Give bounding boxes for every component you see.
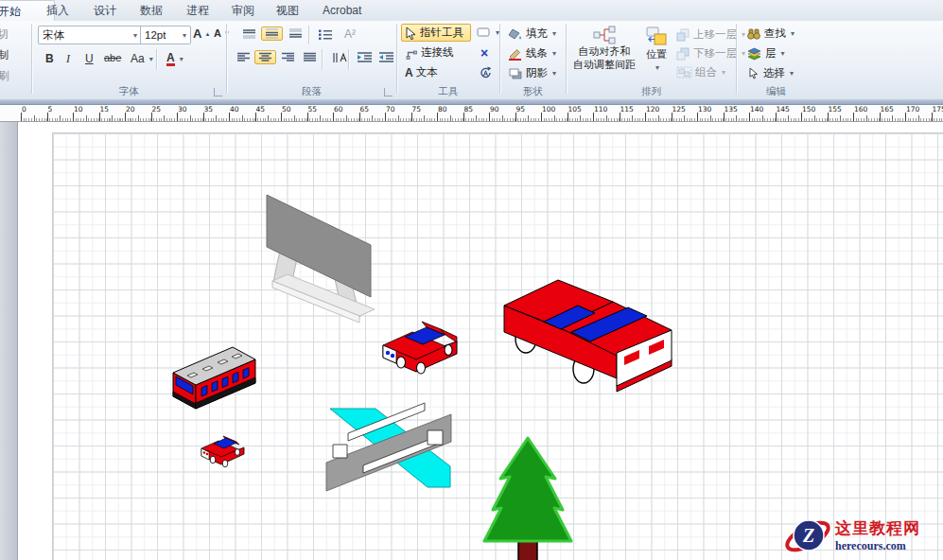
align-right-button[interactable] [277, 50, 299, 64]
paragraph-dialog-launcher[interactable] [384, 88, 393, 96]
valign-top-button[interactable] [238, 26, 260, 41]
pointer-tool-label: 指针工具 [420, 26, 463, 40]
select-label: 选择 [763, 66, 785, 80]
watermark-logo-letter: Z [802, 525, 814, 546]
shadow-button[interactable]: 阴影 ▾ [504, 64, 560, 82]
tab-view[interactable]: 视图 [266, 0, 309, 21]
ruler-label: 80 [438, 105, 447, 114]
change-case-button[interactable]: Aa ▾ [127, 50, 157, 67]
increase-indent-button[interactable] [375, 50, 398, 64]
italic-button[interactable]: I [62, 50, 74, 68]
select-button[interactable]: 选择 ▾ [742, 64, 797, 82]
line-button[interactable]: 线条 ▾ [504, 44, 560, 62]
superscript-button[interactable]: A² [341, 26, 359, 43]
ruler-label: 35 [204, 105, 214, 114]
editing-group-label: 编辑 [737, 85, 815, 98]
align-justify-button[interactable] [299, 50, 321, 64]
pine-tree-shape[interactable] [484, 438, 571, 560]
text-tool-icon: A [405, 66, 413, 79]
paragraph-group-label: 段落 [227, 85, 396, 98]
group-shapes-button[interactable]: 组合 ▾ [672, 63, 729, 81]
chevron-down-icon: ▾ [790, 69, 794, 78]
ruler-label: 90 [490, 105, 499, 114]
ruler-label: 55 [308, 105, 318, 114]
tab-insert[interactable]: 插入 [36, 0, 79, 21]
copy-button[interactable]: 复制 [0, 46, 12, 64]
auto-align-label-1: 自动对齐和 [579, 45, 631, 58]
car-medium-shape[interactable] [383, 322, 457, 374]
tab-data[interactable]: 数据 [130, 0, 173, 21]
chevron-down-icon: ▾ [655, 63, 659, 72]
delete-tool-button[interactable]: × [477, 44, 492, 62]
watermark-logo: Z [782, 512, 833, 559]
ribbon-tab-bar: 开始 插入 设计 数据 进程 审阅 视图 Acrobat [0, 0, 943, 22]
tools-group-label: 工具 [397, 85, 499, 98]
car-small-shape[interactable] [201, 436, 244, 467]
valign-middle-button[interactable] [261, 26, 283, 41]
ruler-label: 150 [802, 105, 815, 114]
shape-group-label: 形状 [500, 85, 566, 98]
bullet-list-icon [318, 28, 333, 40]
chevron-down-icon: ▾ [180, 55, 183, 63]
drawing-canvas[interactable]: Z 这里教程网 herecours.com [0, 122, 943, 560]
rotate-icon [479, 65, 493, 79]
chevron-down-icon: ▾ [133, 31, 137, 40]
strikethrough-button[interactable]: abe [100, 50, 125, 65]
font-size-combo[interactable]: 12pt ▾ [140, 26, 191, 44]
ruler-label: 0 [22, 105, 26, 114]
cut-button[interactable]: 剪切 [0, 26, 12, 44]
decrease-indent-button[interactable] [353, 50, 376, 64]
fill-button[interactable]: 填充 ▾ [504, 25, 560, 43]
position-button[interactable]: 位置 ▾ [637, 25, 676, 81]
valign-bottom-button[interactable] [285, 26, 306, 41]
watermark-site-url: herecours.com [835, 539, 920, 553]
ruler-label: 110 [594, 105, 607, 114]
align-left-button[interactable] [233, 50, 254, 64]
car-large-shape[interactable] [504, 280, 672, 392]
tab-review[interactable]: 审阅 [221, 0, 265, 21]
text-tool-label: 文本 [416, 65, 438, 79]
font-color-button[interactable]: A ▾ [163, 50, 187, 68]
underline-button[interactable]: U [81, 50, 97, 67]
bullet-list-button[interactable] [314, 26, 337, 42]
tab-design[interactable]: 设计 [83, 0, 127, 21]
divider [322, 49, 323, 70]
shapes-layer [0, 122, 943, 560]
ribbon: 剪切 复制 格式刷 宋体 ▾ 12pt ▾ A▲ A▼ B I U abe [0, 21, 943, 99]
position-label: 位置 [646, 47, 667, 61]
auto-align-button[interactable]: 自动对齐和 自动调整间距 [568, 23, 640, 83]
text-direction-icon [331, 51, 348, 63]
connector-button[interactable]: 连接线 [401, 44, 458, 61]
send-backward-label: 下移一层 [693, 46, 737, 61]
arrange-group-label: 排列 [567, 85, 736, 98]
fill-label: 填充 [526, 26, 548, 41]
pointer-tool-button[interactable]: 指针工具 [401, 24, 471, 42]
bring-forward-icon [676, 28, 690, 42]
group-font: 宋体 ▾ 12pt ▾ A▲ A▼ B I U abe Aa ▾ A [32, 21, 226, 99]
font-family-combo[interactable]: 宋体 ▾ [38, 26, 142, 44]
font-dialog-launcher[interactable] [214, 88, 222, 96]
ruler-label: 135 [725, 105, 738, 114]
ruler-label: 175 [933, 105, 943, 114]
find-button[interactable]: 查找 ▾ [742, 25, 798, 43]
rotate-text-button[interactable] [475, 63, 497, 81]
align-center-button[interactable] [254, 50, 276, 64]
bold-button[interactable]: B [42, 50, 58, 67]
tab-acrobat[interactable]: Acrobat [312, 0, 372, 21]
send-backward-icon [676, 47, 690, 61]
text-tool-button[interactable]: A 文本 [401, 63, 442, 81]
layers-button[interactable]: 层 ▾ [742, 44, 789, 62]
chevron-down-icon: ▾ [149, 55, 153, 63]
billboard-sign-shape[interactable] [267, 195, 375, 323]
highway-overpass-shape[interactable] [326, 403, 451, 491]
format-painter-button[interactable]: 格式刷 [0, 67, 13, 85]
tab-process[interactable]: 进程 [176, 0, 219, 21]
line-brush-icon [508, 47, 523, 61]
group-paragraph: A² 段落 [227, 21, 396, 99]
group-shapes-icon [676, 66, 692, 79]
group-editing: 查找 ▾ 层 ▾ 选择 ▾ 编辑 [737, 21, 815, 99]
ruler-label: 105 [568, 105, 582, 114]
shrink-font-label: A [214, 27, 221, 39]
railroad-car-shape[interactable] [173, 347, 255, 409]
font-color-label: A [166, 52, 175, 66]
